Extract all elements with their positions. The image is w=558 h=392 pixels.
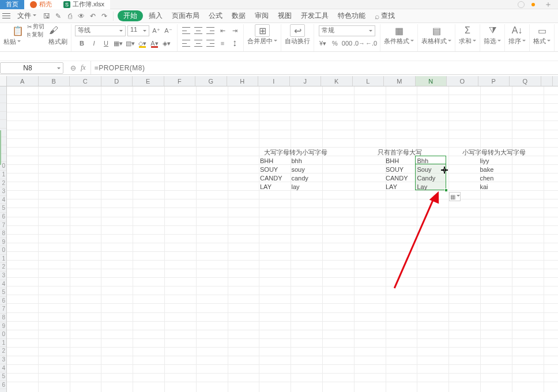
col-header-N[interactable]: N xyxy=(416,76,447,86)
justify-icon[interactable]: ≡ xyxy=(217,38,228,48)
row-header-18[interactable]: 8 xyxy=(0,229,6,238)
hamburger-icon[interactable] xyxy=(2,13,10,20)
underline-button[interactable]: U xyxy=(101,38,111,48)
cell-N10[interactable]: Souy xyxy=(417,165,432,174)
menu-insert[interactable]: 插入 xyxy=(145,11,166,21)
fill-color-button[interactable]: ◇▾ xyxy=(137,38,148,48)
italic-button[interactable]: I xyxy=(89,38,99,48)
cell-J11[interactable]: candy xyxy=(292,174,308,182)
row-header-12[interactable]: 2 xyxy=(0,179,6,188)
autofill-options-button[interactable]: ▦ xyxy=(449,192,461,201)
col-header-E[interactable]: E xyxy=(133,76,164,86)
save-icon[interactable]: 🖫 xyxy=(42,12,51,21)
menu-view[interactable]: 视图 xyxy=(274,11,295,21)
tblstyle-icon[interactable]: ▤ xyxy=(429,24,444,37)
border-button[interactable]: ▦▾ xyxy=(113,38,123,48)
cells-area[interactable]: ▦ 大写字母转为小写字母BHHSOUYCANDYLAYbhhsouycandyl… xyxy=(7,86,558,392)
spreadsheet-grid[interactable]: ABCDEFGHIJKLMNOPQ 0123456789012345678901… xyxy=(0,76,558,392)
row-header-13[interactable]: 3 xyxy=(0,187,6,196)
row-header-2[interactable] xyxy=(0,95,6,104)
percent-icon[interactable]: % xyxy=(330,38,340,48)
row-header-25[interactable]: 5 xyxy=(0,288,6,297)
menu-find[interactable]: 查找 xyxy=(371,11,398,21)
font-size-select[interactable]: 11 xyxy=(127,25,149,36)
col-header-J[interactable]: J xyxy=(290,76,322,86)
cell-J12[interactable]: lay xyxy=(292,183,300,191)
cell-I12[interactable]: LAY xyxy=(260,183,272,191)
format-painter-icon[interactable]: 🖌 xyxy=(46,24,61,37)
select-all-corner[interactable] xyxy=(0,76,7,86)
indent-inc-icon[interactable]: ⇥ xyxy=(229,25,240,36)
row-header-1[interactable] xyxy=(0,86,6,95)
zoom-icon[interactable]: ⊖ xyxy=(70,64,76,72)
name-box[interactable]: N8 xyxy=(0,62,63,74)
cell-I9[interactable]: BHH xyxy=(260,157,273,165)
fx-icon[interactable]: fx xyxy=(81,63,86,72)
row-header-26[interactable]: 6 xyxy=(0,297,6,306)
filter-icon[interactable]: ⧩ xyxy=(485,24,500,37)
align-center-icon[interactable] xyxy=(193,38,203,48)
row-header-34[interactable]: 4 xyxy=(0,364,6,373)
row-header-21[interactable]: 1 xyxy=(0,255,6,263)
sort-label[interactable]: 排序 xyxy=(508,37,526,44)
row-header-20[interactable]: 0 xyxy=(0,246,6,255)
cell-M9[interactable]: BHH xyxy=(386,157,399,165)
sort-icon[interactable]: A↓ xyxy=(510,24,525,37)
condfmt-label[interactable]: 条件格式 xyxy=(384,37,414,44)
menu-formula[interactable]: 公式 xyxy=(205,11,226,21)
merge-icon[interactable]: ⊞ xyxy=(255,24,270,37)
row-header-14[interactable]: 4 xyxy=(0,196,6,205)
condfmt-icon[interactable]: ▦ xyxy=(391,24,406,37)
menu-review[interactable]: 审阅 xyxy=(251,11,272,21)
cell-P12[interactable]: kai xyxy=(480,183,488,191)
row-header-5[interactable] xyxy=(0,120,6,129)
tblstyle-label[interactable]: 表格样式 xyxy=(421,37,451,44)
row-header-35[interactable]: 5 xyxy=(0,372,6,381)
sum-label[interactable]: 求和 xyxy=(459,37,476,44)
formula-input[interactable]: =PROPER(M8) xyxy=(91,61,558,74)
row-header-23[interactable]: 3 xyxy=(0,272,6,280)
paste-label[interactable]: 粘贴 xyxy=(3,38,21,45)
row-header-32[interactable]: 2 xyxy=(0,347,6,356)
font-color-button[interactable]: A▾ xyxy=(149,38,160,48)
row-header-22[interactable]: 2 xyxy=(0,263,6,272)
col-header-H[interactable]: H xyxy=(227,76,259,86)
paste-icon[interactable]: 📋 xyxy=(10,24,25,37)
col-header-Q[interactable]: Q xyxy=(510,76,541,86)
col-header-I[interactable]: I xyxy=(258,76,290,86)
fill-pattern-button[interactable]: ▧▾ xyxy=(125,38,135,48)
align-middle-icon[interactable] xyxy=(193,25,203,36)
increase-font-icon[interactable]: A⁺ xyxy=(151,25,161,36)
column-headers[interactable]: ABCDEFGHIJKLMNOPQ xyxy=(0,76,558,86)
row-header-28[interactable]: 8 xyxy=(0,314,6,322)
cell-M10[interactable]: SOUY xyxy=(386,165,404,174)
menu-data[interactable]: 数据 xyxy=(228,11,249,21)
row-header-31[interactable]: 1 xyxy=(0,339,6,348)
col-header-C[interactable]: C xyxy=(70,76,101,86)
row-header-33[interactable]: 3 xyxy=(0,356,6,364)
cell-J9[interactable]: bhh xyxy=(292,157,302,165)
row-header-29[interactable]: 9 xyxy=(0,322,6,331)
wrap-icon[interactable]: ↩ xyxy=(290,24,305,37)
col-header-G[interactable]: G xyxy=(195,76,227,86)
col-header-O[interactable]: O xyxy=(447,76,478,86)
clear-format-button[interactable]: ◈▾ xyxy=(161,38,172,48)
filter-label[interactable]: 筛选 xyxy=(484,37,501,44)
number-format-select[interactable]: 常规 xyxy=(319,25,375,36)
align-left-icon[interactable] xyxy=(181,38,191,48)
cell-M11[interactable]: CANDY xyxy=(386,174,408,182)
row-header-11[interactable]: 1 xyxy=(0,171,6,179)
row-header-30[interactable]: 0 xyxy=(0,330,6,339)
indent-dec-icon[interactable]: ⇤ xyxy=(217,25,228,36)
col-header-F[interactable]: F xyxy=(164,76,196,86)
dec-dec-icon[interactable]: ←.0 xyxy=(366,38,376,48)
row-header-24[interactable]: 4 xyxy=(0,280,6,289)
row-header-17[interactable]: 7 xyxy=(0,221,6,230)
menu-special[interactable]: 特色功能 xyxy=(334,11,369,21)
col-header-L[interactable]: L xyxy=(353,76,384,86)
cell-I10[interactable]: SOUY xyxy=(260,165,278,174)
row-header-19[interactable]: 9 xyxy=(0,238,6,247)
tab-home[interactable]: 首页 xyxy=(0,0,24,9)
row-header-15[interactable]: 5 xyxy=(0,204,6,213)
col-header-extra[interactable] xyxy=(541,76,553,86)
